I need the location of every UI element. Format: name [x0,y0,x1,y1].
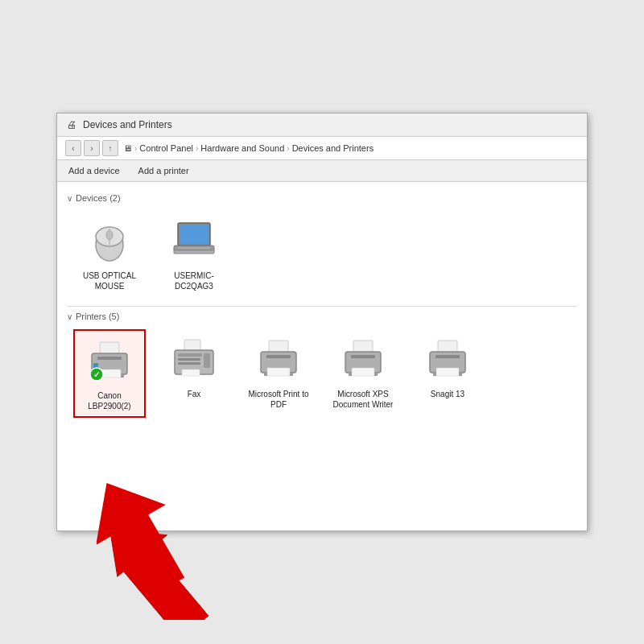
nav-buttons: ‹ › ↑ [65,140,118,156]
back-button[interactable]: ‹ [65,140,81,156]
section-divider [67,306,577,307]
svg-point-3 [106,230,113,240]
laptop-label: USERMIC-DC2QAG3 [163,270,225,291]
xps-label: Microsoft XPS Document Writer [332,389,394,410]
printer-item-canon[interactable]: ✓ Canon LBP2900(2) [73,329,146,418]
toolbar: Add a device Add a printer [57,160,587,182]
canon-label: Canon LBP2900(2) [80,390,139,411]
svg-rect-23 [182,369,200,376]
breadcrumb-hardware[interactable]: Hardware and Sound [200,143,284,153]
svg-rect-19 [178,353,202,357]
content-area: Devices (2) USB OPTICAL MOUSE [57,182,587,530]
svg-text:✓: ✓ [93,370,100,379]
svg-rect-8 [178,247,210,249]
device-item-laptop[interactable]: USERMIC-DC2QAG3 [158,211,230,296]
svg-rect-38 [436,368,459,376]
svg-rect-7 [174,250,214,254]
svg-rect-28 [267,368,290,376]
devices-and-printers-window: 🖨 Devices and Printers ‹ › ↑ 🖥 › Control… [56,113,588,531]
svg-rect-5 [180,225,208,244]
window-icon: 🖨 [65,118,78,131]
printers-row: ✓ Canon LBP2900(2) [67,329,577,418]
fax-label: Fax [188,389,201,399]
add-printer-button[interactable]: Add a printer [135,164,192,177]
devices-row: USB OPTICAL MOUSE [67,211,577,296]
breadcrumb-devices[interactable]: Devices and Printers [292,143,374,153]
svg-rect-36 [436,355,460,358]
window-title: Devices and Printers [83,119,172,130]
breadcrumb-icon: 🖥 [123,143,132,153]
address-bar: ‹ › ↑ 🖥 › Control Panel › Hardware and S… [57,137,587,160]
pdf-label: Microsoft Print to PDF [247,389,310,410]
svg-rect-31 [351,355,375,358]
xps-printer-icon [337,334,389,386]
device-item-mouse[interactable]: USB OPTICAL MOUSE [73,211,146,296]
canon-printer-icon: ✓ [84,336,135,387]
add-device-button[interactable]: Add a device [65,164,123,177]
up-button[interactable]: ↑ [102,140,118,156]
mouse-icon [84,216,135,267]
mouse-label: USB OPTICAL MOUSE [78,270,141,291]
fax-icon [168,334,220,386]
laptop-icon [168,216,220,267]
svg-rect-17 [184,340,200,351]
printer-item-fax[interactable]: Fax [158,329,230,404]
printer-item-pdf[interactable]: Microsoft Print to PDF [242,329,315,415]
svg-rect-11 [97,357,122,360]
title-bar: 🖨 Devices and Printers [57,114,587,137]
snagit-label: Snagit 13 [431,389,464,399]
devices-section-header[interactable]: Devices (2) [67,193,577,203]
breadcrumb-control-panel[interactable]: Control Panel [139,143,193,153]
printer-item-snagit[interactable]: Snagit 13 [411,329,484,404]
breadcrumb: 🖥 › Control Panel › Hardware and Sound ›… [123,143,374,153]
snagit-icon [422,334,473,386]
pdf-printer-icon [253,334,304,386]
forward-button[interactable]: › [84,140,100,156]
svg-rect-21 [178,362,200,365]
svg-rect-33 [352,368,374,376]
printer-item-xps[interactable]: Microsoft XPS Document Writer [327,329,399,415]
svg-rect-22 [204,353,210,368]
svg-rect-20 [178,358,200,361]
svg-rect-26 [266,355,291,358]
printers-section-header[interactable]: Printers (5) [67,312,577,321]
